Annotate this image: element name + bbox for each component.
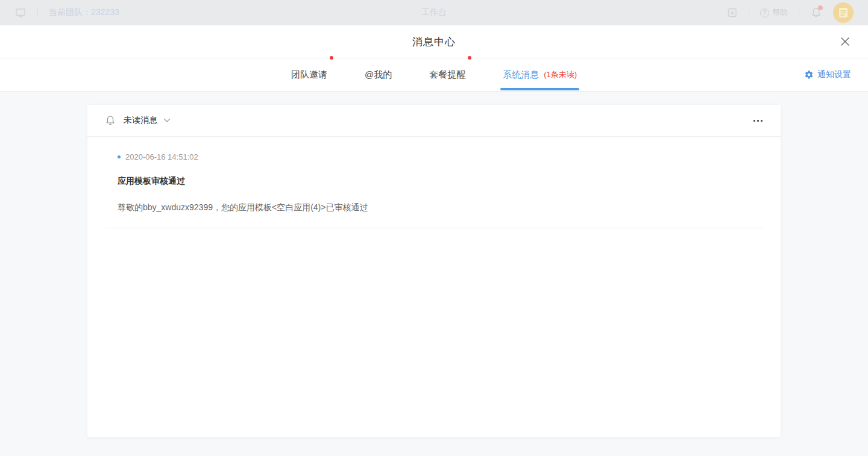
- top-bar: 当前团队：232233 工作台 ? 帮助: [0, 0, 868, 25]
- gear-icon: [804, 70, 814, 80]
- topbar-divider: [37, 8, 38, 17]
- message-title: 应用模板审核通过: [118, 176, 763, 187]
- question-icon: ?: [760, 8, 769, 17]
- tab-bar: 团队邀请 @我的 套餐提醒 系统消息 (1条未读) 通知设置: [0, 58, 868, 92]
- close-icon[interactable]: [837, 33, 854, 50]
- more-actions-icon[interactable]: [752, 116, 764, 125]
- tab-plan-reminders[interactable]: 套餐提醒: [429, 58, 465, 91]
- bell-icon: [105, 115, 115, 126]
- modal-header: 消息中心: [0, 25, 868, 58]
- messages-panel: 未读消息 2020-06-16 14:51:02 应用模板审核通过 尊敬的bby…: [87, 105, 781, 437]
- help-label: 帮助: [772, 7, 788, 18]
- message-center-modal: 消息中心 团队邀请 @我的 套餐提醒 系统消息 (1条未读): [0, 25, 868, 456]
- notification-settings-label: 通知设置: [817, 69, 851, 80]
- topbar-divider: [749, 8, 749, 17]
- notification-badge: [818, 5, 823, 10]
- unread-count: (1条未读): [544, 69, 577, 80]
- current-team-label[interactable]: 当前团队：232233: [49, 7, 119, 18]
- tab-mentions[interactable]: @我的: [365, 58, 392, 91]
- unread-indicator-dot: [118, 155, 121, 158]
- tab-label: 团队邀请: [291, 69, 327, 81]
- tab-team-invitations[interactable]: 团队邀请: [291, 58, 327, 91]
- workspace-monitor-icon[interactable]: [14, 7, 27, 19]
- tab-label: @我的: [365, 69, 392, 81]
- message-item[interactable]: 2020-06-16 14:51:02 应用模板审核通过 尊敬的bby_xwdu…: [87, 137, 781, 228]
- tab-label: 系统消息: [503, 69, 539, 81]
- notifications-bell-icon[interactable]: [810, 7, 822, 19]
- tab-label: 套餐提醒: [429, 69, 465, 81]
- tab-system-messages[interactable]: 系统消息 (1条未读): [503, 58, 577, 91]
- notification-settings-button[interactable]: 通知设置: [804, 58, 851, 91]
- filter-label: 未读消息: [124, 115, 157, 126]
- avatar[interactable]: [833, 2, 854, 23]
- message-timestamp: 2020-06-16 14:51:02: [125, 152, 198, 161]
- message-body: 尊敬的bby_xwduzx92399，您的应用模板<空白应用(4)>已审核通过: [118, 202, 763, 213]
- panel-header: 未读消息: [87, 105, 781, 137]
- active-tab-underline: [500, 88, 579, 90]
- chevron-down-icon: [163, 118, 171, 123]
- unread-dot: [330, 56, 333, 60]
- address-book-icon[interactable]: [726, 7, 738, 19]
- topbar-divider: [799, 8, 799, 17]
- modal-title: 消息中心: [412, 35, 456, 49]
- message-filter-dropdown[interactable]: 未读消息: [105, 115, 171, 126]
- unread-dot: [468, 56, 471, 60]
- message-divider: [105, 228, 763, 228]
- help-button[interactable]: ? 帮助: [760, 7, 788, 18]
- modal-content: 未读消息 2020-06-16 14:51:02 应用模板审核通过 尊敬的bby…: [0, 92, 868, 456]
